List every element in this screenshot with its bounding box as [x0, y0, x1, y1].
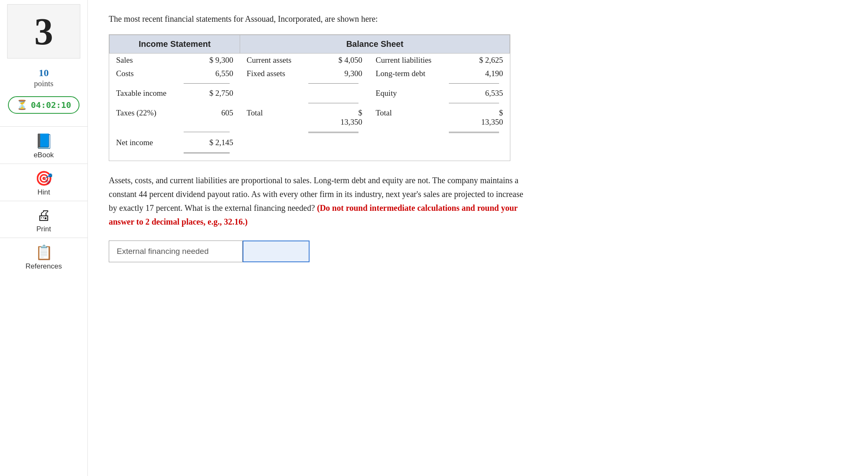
sidebar-item-references[interactable]: 📋 References [0, 238, 87, 275]
points-label: points [34, 79, 53, 89]
sidebar-nav: 📘 eBook 🎯 Hint 🖨 Print 📋 References [0, 126, 87, 275]
costs-label: Costs [110, 67, 177, 80]
external-financing-input[interactable] [243, 241, 310, 262]
page-wrapper: 3 10 points ⏳ 04:02:10 📘 eBook 🎯 Hint 🖨 … [0, 0, 868, 476]
net-income-divider [184, 152, 230, 154]
hint-label: Hint [37, 188, 50, 197]
sidebar-item-print[interactable]: 🖨 Print [0, 201, 87, 238]
table-row: Net income $ 2,145 [110, 136, 510, 149]
table-row: Sales $ 9,300 Current assets $ 4,050 Cur… [110, 54, 510, 67]
financial-table-wrapper: Income Statement Balance Sheet Sales $ 9… [109, 34, 510, 161]
timer-icon: ⏳ [16, 100, 28, 110]
net-income-value: $ 2,145 [177, 136, 240, 149]
input-label-text: External financing needed [117, 247, 209, 256]
references-label: References [26, 262, 62, 271]
question-number: 3 [34, 10, 53, 53]
question-number-box: 3 [7, 4, 80, 59]
sidebar-item-hint[interactable]: 🎯 Hint [0, 164, 87, 201]
current-assets-label: Current assets [240, 54, 302, 67]
references-icon: 📋 [35, 244, 53, 261]
ebook-label: eBook [33, 151, 54, 159]
taxes-label: Taxes (22%) [110, 106, 177, 129]
total-assets-divider [308, 132, 358, 133]
input-label-field: External financing needed [109, 241, 243, 262]
input-row: External financing needed [109, 241, 843, 262]
taxable-income-value: $ 2,750 [177, 87, 240, 100]
table-row: Taxes (22%) 605 Total $13,350 Total $13,… [110, 106, 510, 129]
taxes-divider [184, 132, 230, 132]
current-liabilities-value: $ 2,625 [442, 54, 510, 67]
main-content: The most recent financial statements for… [88, 0, 868, 476]
hint-icon: 🎯 [35, 170, 53, 187]
current-assets-value: $ 4,050 [302, 54, 369, 67]
table-row: Taxable income $ 2,750 Equity 6,535 [110, 87, 510, 100]
problem-text: Assets, costs, and current liabilities a… [109, 174, 527, 229]
table-row [110, 100, 510, 106]
balance-sheet-header: Balance Sheet [240, 35, 510, 54]
ebook-icon: 📘 [35, 133, 53, 149]
income-statement-header: Income Statement [110, 35, 240, 54]
print-label: Print [36, 225, 51, 233]
fixed-assets-label: Fixed assets [240, 67, 302, 80]
divider-row [110, 129, 510, 136]
timer-box: ⏳ 04:02:10 [8, 96, 79, 114]
divider-row [110, 80, 510, 87]
points-block: 10 points [34, 67, 53, 89]
long-term-debt-value: 4,190 [442, 67, 510, 80]
divider-row [110, 149, 510, 156]
costs-divider [184, 83, 230, 84]
financial-table: Income Statement Balance Sheet Sales $ 9… [109, 35, 510, 161]
taxable-income-label: Taxable income [110, 87, 177, 100]
points-value: 10 [34, 67, 53, 79]
taxes-value: 605 [177, 106, 240, 129]
intro-text: The most recent financial statements for… [109, 13, 843, 25]
balance-divider [308, 103, 358, 103]
total-liabilities-value: $13,350 [442, 106, 510, 129]
net-income-label: Net income [110, 136, 177, 149]
equity-label: Equity [369, 87, 442, 100]
costs-value: 6,550 [177, 67, 240, 80]
fixed-assets-divider [308, 83, 358, 84]
current-liabilities-label: Current liabilities [369, 54, 442, 67]
lt-debt-divider [449, 83, 499, 84]
equity-value: 6,535 [442, 87, 510, 100]
total-label-assets: Total [240, 106, 302, 129]
total-label-liabilities: Total [369, 106, 442, 129]
sidebar: 3 10 points ⏳ 04:02:10 📘 eBook 🎯 Hint 🖨 … [0, 0, 88, 476]
table-row: Costs 6,550 Fixed assets 9,300 Long-term… [110, 67, 510, 80]
long-term-debt-label: Long-term debt [369, 67, 442, 80]
total-liab-divider [449, 132, 499, 133]
equity-divider [449, 103, 499, 103]
total-assets-value: $13,350 [302, 106, 369, 129]
print-icon: 🖨 [37, 207, 51, 223]
timer-value: 04:02:10 [31, 100, 71, 110]
sales-value: $ 9,300 [177, 54, 240, 67]
sales-label: Sales [110, 54, 177, 67]
sidebar-item-ebook[interactable]: 📘 eBook [0, 126, 87, 164]
fixed-assets-value: 9,300 [302, 67, 369, 80]
